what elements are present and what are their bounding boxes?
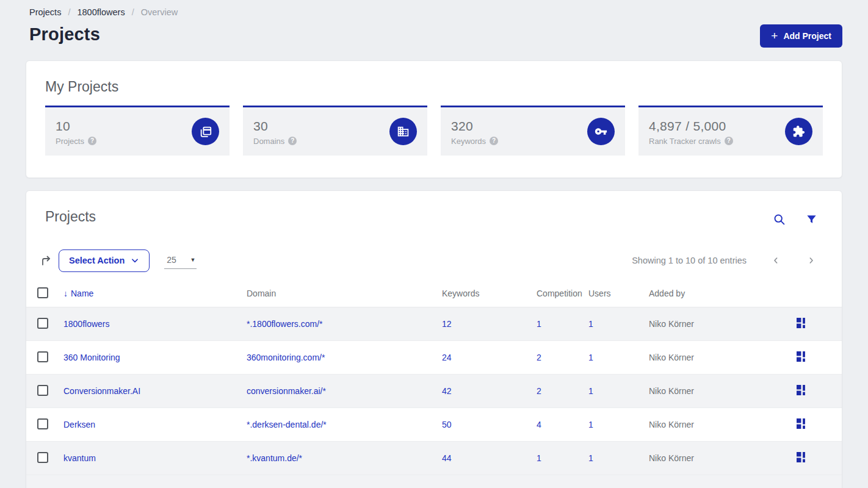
stats-row: 10 Projects ? 30 bbox=[45, 106, 823, 156]
plus-icon: + bbox=[771, 30, 778, 41]
per-page-select[interactable]: 25 ▼ bbox=[164, 253, 197, 269]
keywords-value[interactable]: 44 bbox=[442, 453, 537, 463]
added-by-value: Niko Körner bbox=[649, 319, 771, 329]
per-page-value: 25 bbox=[167, 255, 176, 265]
projects-count: 10 bbox=[56, 119, 96, 134]
projects-table-card: Projects S bbox=[26, 190, 842, 488]
added-by-value: Niko Körner bbox=[649, 453, 771, 463]
project-domain-link[interactable]: conversionmaker.ai/* bbox=[247, 386, 326, 396]
projects-table: ↓ Name Domain Keywords Competition Users… bbox=[26, 280, 842, 488]
stat-tile-keywords: 320 Keywords ? bbox=[441, 106, 625, 156]
select-action-dropdown[interactable]: Select Action bbox=[59, 249, 150, 272]
table-row-partial bbox=[26, 475, 842, 488]
project-domain-link[interactable]: *.derksen-dental.de/* bbox=[247, 420, 327, 429]
competition-value[interactable]: 4 bbox=[537, 420, 588, 429]
added-by-value: Niko Körner bbox=[649, 353, 771, 362]
row-checkbox[interactable] bbox=[37, 318, 48, 329]
project-domain-link[interactable]: *.kvantum.de/* bbox=[247, 453, 302, 463]
keywords-value[interactable]: 12 bbox=[442, 319, 537, 329]
column-header-added-by[interactable]: Added by bbox=[649, 289, 771, 298]
projects-table-title: Projects bbox=[45, 209, 96, 225]
breadcrumb: Projects / 1800flowers / Overview bbox=[29, 7, 178, 17]
breadcrumb-separator: / bbox=[132, 7, 134, 17]
column-header-name[interactable]: ↓ Name bbox=[63, 289, 247, 298]
stat-tile-rank-tracker: 4,897 / 5,000 Rank Tracker crawls ? bbox=[638, 106, 823, 156]
users-value[interactable]: 1 bbox=[588, 353, 649, 362]
added-by-value: Niko Körner bbox=[649, 420, 771, 429]
dashboard-icon[interactable] bbox=[797, 418, 807, 429]
table-row: Conversionmaker.AI conversionmaker.ai/* … bbox=[26, 375, 842, 408]
select-action-label: Select Action bbox=[69, 256, 125, 265]
dashboard-icon[interactable] bbox=[797, 318, 807, 328]
add-project-button[interactable]: + Add Project bbox=[760, 24, 842, 48]
keywords-value[interactable]: 42 bbox=[442, 386, 537, 396]
domains-label: Domains bbox=[253, 137, 284, 146]
table-row: kvantum *.kvantum.de/* 44 1 1 Niko Körne… bbox=[26, 442, 842, 475]
column-header-competition[interactable]: Competition bbox=[537, 289, 588, 298]
help-icon[interactable]: ? bbox=[725, 137, 733, 145]
dashboard-icon[interactable] bbox=[797, 452, 807, 462]
competition-value[interactable]: 1 bbox=[537, 453, 588, 463]
project-name-link[interactable]: 1800flowers bbox=[63, 319, 110, 329]
project-domain-link[interactable]: *.1800flowers.com/* bbox=[247, 319, 323, 329]
keywords-value[interactable]: 24 bbox=[442, 353, 537, 362]
filter-icon[interactable] bbox=[806, 213, 817, 228]
breadcrumb-separator: / bbox=[68, 7, 70, 17]
table-row: Derksen *.derksen-dental.de/* 50 4 1 Nik… bbox=[26, 408, 842, 442]
my-projects-card: My Projects 10 Projects ? bbox=[26, 60, 842, 178]
row-checkbox[interactable] bbox=[37, 351, 48, 362]
next-page-button[interactable] bbox=[805, 254, 817, 267]
project-name-link[interactable]: 360 Monitoring bbox=[63, 353, 120, 362]
table-toolbar: Select Action 25 ▼ Showing 1 to 10 of 10… bbox=[26, 249, 842, 272]
previous-page-button[interactable] bbox=[770, 254, 782, 267]
puzzle-icon bbox=[785, 118, 812, 145]
my-projects-title: My Projects bbox=[45, 79, 823, 95]
users-value[interactable]: 1 bbox=[588, 319, 649, 329]
keywords-count: 320 bbox=[451, 119, 498, 134]
column-header-keywords[interactable]: Keywords bbox=[442, 289, 537, 298]
row-checkbox[interactable] bbox=[37, 452, 48, 463]
dashboard-icon[interactable] bbox=[797, 351, 807, 362]
column-header-domain[interactable]: Domain bbox=[247, 289, 442, 298]
table-header-row: ↓ Name Domain Keywords Competition Users… bbox=[26, 280, 842, 307]
column-header-users[interactable]: Users bbox=[588, 289, 649, 298]
table-row: 1800flowers *.1800flowers.com/* 12 1 1 N… bbox=[26, 307, 842, 341]
stat-tile-domains: 30 Domains ? bbox=[243, 106, 427, 156]
entries-summary: Showing 1 to 10 of 10 entries bbox=[632, 256, 747, 265]
keywords-value[interactable]: 50 bbox=[442, 420, 537, 429]
help-icon[interactable]: ? bbox=[288, 137, 297, 145]
project-domain-link[interactable]: 360monitoring.com/* bbox=[247, 353, 325, 362]
rank-tracker-label: Rank Tracker crawls bbox=[649, 137, 721, 146]
page-title: Projects bbox=[29, 24, 100, 45]
chevron-down-icon bbox=[131, 256, 139, 265]
competition-value[interactable]: 2 bbox=[537, 353, 588, 362]
dashboard-icon[interactable] bbox=[797, 385, 807, 395]
export-arrow-icon[interactable] bbox=[40, 254, 52, 267]
row-checkbox[interactable] bbox=[37, 418, 48, 429]
competition-value[interactable]: 1 bbox=[537, 319, 588, 329]
users-value[interactable]: 1 bbox=[588, 386, 649, 396]
breadcrumb-projects[interactable]: Projects bbox=[29, 7, 61, 17]
breadcrumb-1800flowers[interactable]: 1800flowers bbox=[77, 7, 125, 17]
competition-value[interactable]: 2 bbox=[537, 386, 588, 396]
project-name-link[interactable]: Derksen bbox=[63, 420, 95, 429]
projects-label: Projects bbox=[56, 137, 84, 146]
project-name-link[interactable]: kvantum bbox=[63, 453, 96, 463]
select-all-checkbox[interactable] bbox=[37, 287, 48, 298]
project-name-link[interactable]: Conversionmaker.AI bbox=[63, 386, 140, 396]
help-icon[interactable]: ? bbox=[490, 137, 498, 145]
help-icon[interactable]: ? bbox=[88, 137, 96, 145]
caret-down-icon: ▼ bbox=[190, 257, 195, 263]
keywords-label: Keywords bbox=[451, 137, 486, 146]
search-icon[interactable] bbox=[773, 213, 786, 228]
key-icon bbox=[587, 118, 615, 145]
projects-stack-icon bbox=[192, 118, 219, 145]
users-value[interactable]: 1 bbox=[588, 420, 649, 429]
sort-descending-icon: ↓ bbox=[63, 289, 68, 298]
stat-tile-projects: 10 Projects ? bbox=[45, 106, 230, 156]
building-icon bbox=[389, 118, 417, 145]
row-checkbox[interactable] bbox=[37, 385, 48, 396]
projects-page: Projects / 1800flowers / Overview Projec… bbox=[0, 0, 868, 488]
domains-count: 30 bbox=[253, 119, 297, 134]
users-value[interactable]: 1 bbox=[588, 453, 649, 463]
